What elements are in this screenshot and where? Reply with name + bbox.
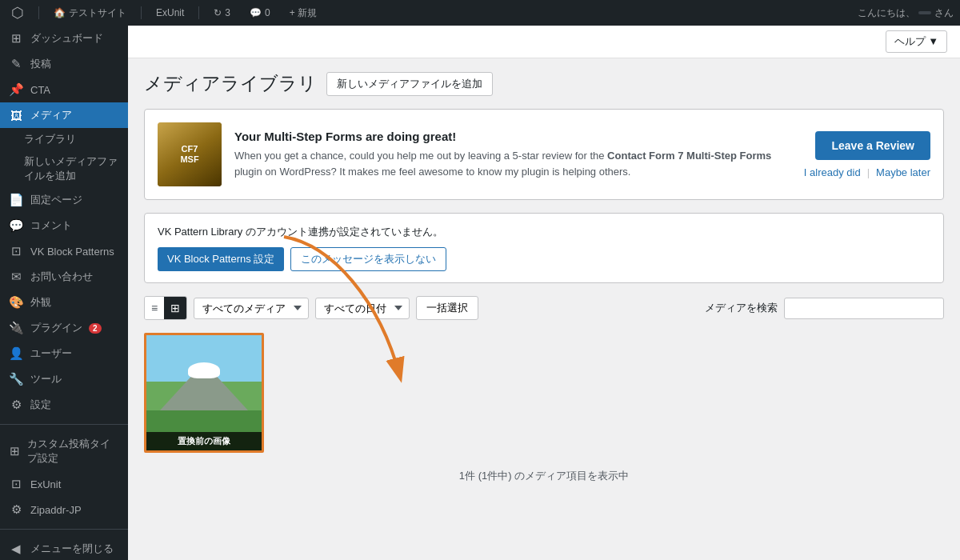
vk-dismiss-button[interactable]: このメッセージを表示しない <box>290 247 446 271</box>
sidebar-item-appearance[interactable]: 🎨 外観 <box>0 290 128 315</box>
bulk-select-button[interactable]: 一括選択 <box>416 296 478 320</box>
sidebar-item-zipaddr[interactable]: ⚙ Zipaddr-JP <box>0 497 128 522</box>
i-already-did-link[interactable]: I already did <box>804 166 861 178</box>
house-icon: 🏠 <box>54 7 66 18</box>
sidebar-close-label: メニューを閉じる <box>30 542 114 556</box>
new-label: + 新規 <box>290 6 317 20</box>
settings-icon: ⚙ <box>8 398 24 412</box>
main-content: ヘルプ ▼ メディアライブラリ 新しいメディアファイルを追加 CF7MSF Yo… <box>128 26 960 560</box>
exunit-label: ExUnit <box>156 7 184 18</box>
sidebar-pages-label: 固定ページ <box>30 193 82 207</box>
media-type-filter[interactable]: すべてのメディア <box>194 298 309 319</box>
media-search-input[interactable] <box>784 298 944 319</box>
library-label: ライブラリ <box>24 133 76 145</box>
appearance-icon: 🎨 <box>8 295 24 310</box>
refresh-icon: ↻ <box>214 7 222 18</box>
comments-count: 0 <box>265 7 270 18</box>
date-filter[interactable]: すべての日付 <box>315 298 410 319</box>
sidebar-item-cta[interactable]: 📌 CTA <box>0 77 128 102</box>
sidebar-dashboard-label: ダッシュボード <box>30 31 103 46</box>
review-banner-actions: Leave a Review I already did | Maybe lat… <box>804 131 930 178</box>
help-label: ヘルプ ▼ <box>894 34 938 49</box>
sidebar-item-plugins[interactable]: 🔌 プラグイン 2 <box>0 315 128 341</box>
add-media-label: 新しいメディアファイルを追加 <box>24 155 118 182</box>
sidebar-item-add-media[interactable]: 新しいメディアファイルを追加 <box>0 150 128 187</box>
review-banner-title: Your Multi-Step Forms are doing great! <box>234 130 791 143</box>
media-toolbar: ≡ ⊞ すべてのメディア すべての日付 一括選択 メディアを検索 <box>144 296 944 320</box>
review-desc-1: When you get a chance, could you help me… <box>234 150 607 162</box>
page-title: メディアライブラリ <box>144 71 317 96</box>
review-separator: | <box>867 166 870 178</box>
admin-bar: ⬡ 🏠 テストサイト ExUnit ↻ 3 💬 0 + 新規 こんにちは、 さん <box>0 0 960 26</box>
bar-separator-3 <box>198 6 199 19</box>
sidebar-vk-label: VK Block Patterns <box>30 246 114 258</box>
sidebar-settings-label: 設定 <box>30 398 51 412</box>
comments-item[interactable]: 💬 0 <box>245 0 275 26</box>
pages-icon: 📄 <box>8 193 24 207</box>
maybe-later-link[interactable]: Maybe later <box>876 166 930 178</box>
sidebar-item-tools[interactable]: 🔧 ツール <box>0 366 128 392</box>
list-view-button[interactable]: ≡ <box>145 297 164 319</box>
sidebar-item-dashboard[interactable]: ⊞ ダッシュボード <box>0 26 128 51</box>
sidebar-item-close-menu[interactable]: ◀ メニューを閉じる <box>0 536 128 560</box>
media-item[interactable]: 置換前の画像 <box>144 333 264 453</box>
sidebar-item-media[interactable]: 🖼 メディア <box>0 102 128 128</box>
sidebar-item-vk-block-patterns[interactable]: ⊡ VK Block Patterns <box>0 238 128 264</box>
sidebar-users-label: ユーザー <box>30 346 72 361</box>
page-header: メディアライブラリ 新しいメディアファイルを追加 <box>144 71 944 96</box>
media-grid-container: 置換前の画像 <box>144 333 944 453</box>
sidebar: ⊞ ダッシュボード ✎ 投稿 📌 CTA 🖼 メディア ライブラリ 新しいメディ… <box>0 26 128 560</box>
users-icon: 👤 <box>8 346 24 361</box>
search-area: メディアを検索 <box>705 298 944 319</box>
vk-banner-actions: VK Block Patterns 設定 このメッセージを表示しない <box>158 247 930 271</box>
wp-logo-item[interactable]: ⬡ <box>6 0 29 26</box>
new-item[interactable]: + 新規 <box>285 0 322 26</box>
sidebar-tools-label: ツール <box>30 372 62 386</box>
review-desc-2: plugin on WordPress? It makes me feel aw… <box>234 166 630 178</box>
vk-pattern-banner: VK Pattern Library のアカウント連携が設定されていません。 V… <box>144 213 944 283</box>
comment-icon: 💬 <box>250 7 262 18</box>
sidebar-zipaddr-label: Zipaddr-JP <box>30 504 82 516</box>
media-status: 1件 (1件中) のメディア項目を表示中 <box>144 469 944 483</box>
sidebar-item-contact[interactable]: ✉ お問い合わせ <box>0 264 128 290</box>
username-display <box>918 11 931 14</box>
sidebar-contact-label: お問い合わせ <box>30 270 93 284</box>
sidebar-comments-label: コメント <box>30 218 72 233</box>
dashboard-icon: ⊞ <box>8 31 24 46</box>
posts-icon: ✎ <box>8 57 24 71</box>
grid-view-button[interactable]: ⊞ <box>164 297 186 319</box>
exunit-item[interactable]: ExUnit <box>151 0 189 26</box>
search-label: メディアを検索 <box>705 302 778 315</box>
sidebar-item-exunit[interactable]: ⊡ ExUnit <box>0 471 128 497</box>
leave-review-button[interactable]: Leave a Review <box>815 131 930 160</box>
sidebar-item-custom-post-type[interactable]: ⊞ カスタム投稿タイプ設定 <box>0 431 128 471</box>
vk-icon: ⊡ <box>8 244 24 258</box>
updates-item[interactable]: ↻ 3 <box>209 0 235 26</box>
sidebar-item-posts[interactable]: ✎ 投稿 <box>0 51 128 77</box>
media-item-inner: 置換前の画像 <box>146 335 262 450</box>
add-media-button[interactable]: 新しいメディアファイルを追加 <box>326 72 493 96</box>
media-icon: 🖼 <box>8 109 24 122</box>
grid-view-icon: ⊞ <box>170 302 180 314</box>
zipaddr-icon: ⚙ <box>8 502 24 517</box>
vk-banner-text: VK Pattern Library のアカウント連携が設定されていません。 <box>158 225 930 239</box>
media-grid: 置換前の画像 <box>144 333 944 453</box>
exunit-sidebar-icon: ⊡ <box>8 477 24 491</box>
site-name-item[interactable]: 🏠 テストサイト <box>49 0 131 26</box>
sidebar-item-users[interactable]: 👤 ユーザー <box>0 341 128 366</box>
san-text: さん <box>934 6 954 20</box>
admin-bar-right: こんにちは、 さん <box>858 6 954 20</box>
vk-settings-button[interactable]: VK Block Patterns 設定 <box>158 247 284 271</box>
site-name-label: テストサイト <box>69 6 126 20</box>
plugins-badge: 2 <box>89 323 102 334</box>
sidebar-media-label: メディア <box>30 108 72 122</box>
help-button[interactable]: ヘルプ ▼ <box>886 30 947 53</box>
sidebar-item-settings[interactable]: ⚙ 設定 <box>0 392 128 418</box>
main-layout: ⊞ ダッシュボード ✎ 投稿 📌 CTA 🖼 メディア ライブラリ 新しいメディ… <box>0 26 960 560</box>
sidebar-item-pages[interactable]: 📄 固定ページ <box>0 187 128 213</box>
plugins-icon: 🔌 <box>8 321 24 335</box>
review-links: I already did | Maybe later <box>804 166 930 178</box>
sidebar-item-library[interactable]: ライブラリ <box>0 128 128 150</box>
tools-icon: 🔧 <box>8 372 24 386</box>
sidebar-item-comments[interactable]: 💬 コメント <box>0 213 128 238</box>
